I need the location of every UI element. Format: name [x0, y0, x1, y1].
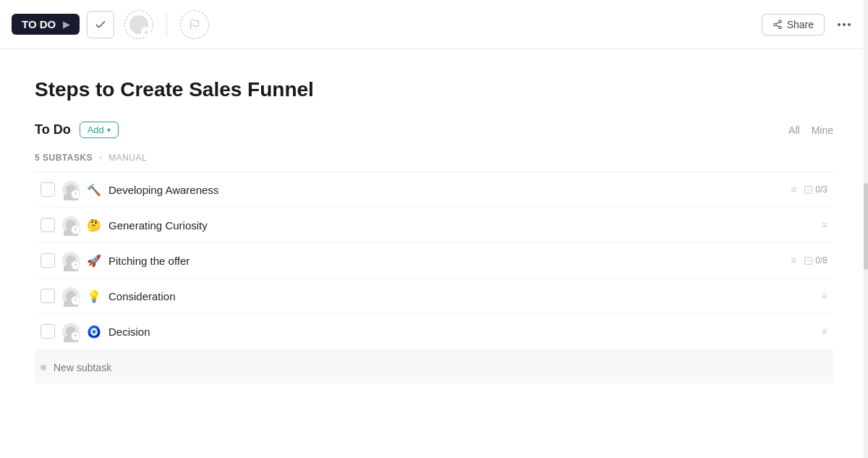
filter-mine[interactable]: Mine [812, 124, 833, 136]
todo-label: TO DO [22, 18, 56, 30]
subtask-badge: 0/3 [804, 185, 827, 195]
flag-button[interactable] [180, 10, 209, 39]
task-checkbox[interactable] [41, 253, 55, 268]
task-row[interactable]: 🤔Generating Curiosity≡ [35, 208, 833, 243]
new-subtask-dot [41, 365, 46, 370]
add-button[interactable]: Add ▾ [80, 122, 119, 138]
subtask-count: 0/8 [815, 255, 827, 266]
task-avatar [62, 181, 80, 198]
dot3 [848, 23, 851, 26]
subtask-count: 0/3 [815, 185, 827, 195]
topbar-right: Share [762, 14, 856, 35]
chevron-right-icon: ▶ [63, 20, 69, 30]
page-title: Steps to Create Sales Funnel [35, 78, 833, 101]
svg-point-3 [778, 26, 781, 29]
filter-right: All Mine [788, 124, 833, 136]
filter-all[interactable]: All [788, 124, 800, 136]
dot2 [843, 23, 846, 26]
drag-handle-icon[interactable]: ≡ [822, 219, 827, 231]
drag-handle-icon[interactable]: ≡ [822, 326, 827, 337]
task-avatar [62, 252, 80, 269]
drag-handle-icon[interactable]: ≡ [822, 290, 827, 302]
task-checkbox[interactable] [41, 218, 55, 232]
task-row[interactable]: 🚀Pitching the offer≡0/8 [35, 243, 833, 279]
check-button[interactable] [87, 11, 114, 38]
avatar-group[interactable] [124, 10, 153, 39]
more-button[interactable] [832, 19, 856, 30]
svg-line-5 [776, 22, 779, 23]
task-list: 🔨Developing Awareness≡0/3🤔Generating Cur… [35, 171, 833, 349]
new-subtask-row[interactable] [35, 351, 833, 383]
task-avatar [62, 216, 80, 234]
task-row[interactable]: 🔨Developing Awareness≡0/3 [35, 172, 833, 208]
check-icon [94, 18, 107, 31]
sort-label: Manual [109, 153, 147, 163]
dot1 [838, 23, 841, 26]
avatar-silhouette [66, 291, 76, 301]
share-icon [773, 20, 783, 30]
todo-badge[interactable]: TO DO ▶ [12, 14, 80, 35]
subtasks-count: 5 SUBTASKS [35, 153, 93, 163]
new-subtask-input[interactable] [54, 362, 827, 373]
caret-icon: ▾ [107, 126, 111, 134]
task-name: Pitching the offer [109, 255, 783, 267]
share-button[interactable]: Share [762, 14, 825, 35]
checkbox-icon [804, 185, 813, 195]
task-emoji: 🤔 [87, 219, 101, 232]
task-checkbox[interactable] [41, 289, 55, 303]
task-name: Consideration [109, 290, 814, 302]
divider [166, 13, 167, 36]
subtasks-header: 5 SUBTASKS ↑ Manual [35, 153, 833, 163]
flag-icon [189, 19, 200, 30]
avatar-silhouette [66, 255, 76, 266]
svg-point-1 [778, 20, 781, 23]
main-content: Steps to Create Sales Funnel To Do Add ▾… [0, 49, 868, 383]
task-checkbox[interactable] [41, 182, 55, 197]
avatar-placeholder [129, 15, 148, 34]
subtask-badge: 0/8 [804, 255, 827, 266]
topbar: TO DO ▶ Share [0, 0, 868, 49]
sort-up-icon: ↑ [98, 153, 103, 162]
scrollbar-track[interactable] [864, 0, 868, 458]
task-emoji: 🔨 [87, 183, 101, 197]
task-avatar [62, 323, 80, 340]
task-emoji: 🧿 [87, 325, 101, 339]
section-label: To Do [35, 122, 71, 137]
task-name: Generating Curiosity [109, 219, 814, 232]
section-header: To Do Add ▾ All Mine [35, 122, 833, 138]
svg-line-4 [776, 25, 779, 26]
avatar-silhouette [66, 220, 76, 230]
avatar-silhouette [66, 185, 76, 195]
task-row[interactable]: 💡Consideration≡ [35, 279, 833, 314]
avatar-silhouette [66, 326, 76, 336]
scrollbar-thumb[interactable] [864, 183, 868, 270]
drag-handle-icon[interactable]: ≡ [791, 184, 796, 195]
share-label: Share [787, 19, 814, 30]
svg-point-2 [773, 23, 776, 26]
task-name: Decision [109, 326, 814, 338]
task-checkbox[interactable] [41, 324, 55, 339]
task-avatar [62, 287, 80, 305]
task-emoji: 💡 [87, 289, 101, 303]
checkbox-icon [804, 256, 813, 266]
task-name: Developing Awareness [109, 184, 783, 196]
task-emoji: 🚀 [87, 254, 101, 268]
task-row[interactable]: 🧿Decision≡ [35, 314, 833, 349]
add-label: Add [88, 124, 104, 135]
drag-handle-icon[interactable]: ≡ [791, 255, 796, 266]
